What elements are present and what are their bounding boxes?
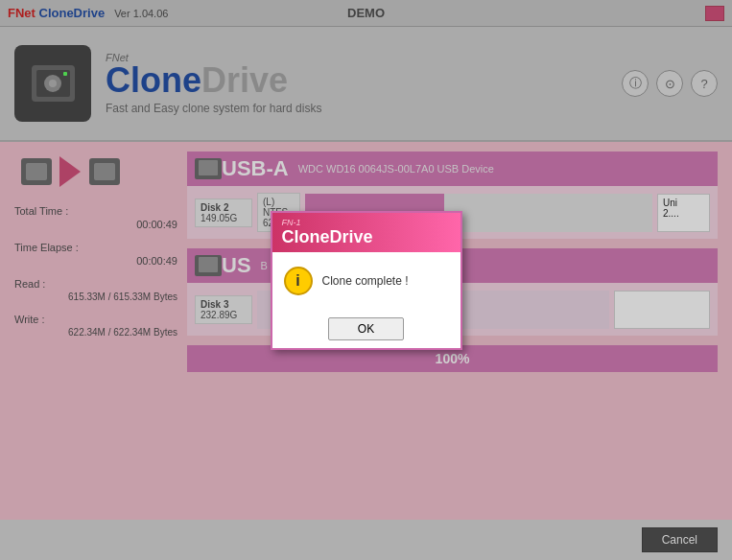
modal-logo: FN-1 CloneDrive	[282, 218, 373, 247]
modal-brand-name: CloneDrive	[282, 227, 373, 247]
modal-footer: OK	[272, 310, 460, 348]
modal-body: i Clone complete !	[272, 252, 460, 310]
modal-dialog: FN-1 CloneDrive i Clone complete ! OK	[271, 211, 462, 350]
modal-brand-fnet: FN-1	[282, 218, 301, 227]
info-icon-text: i	[295, 272, 299, 290]
modal-header: FN-1 CloneDrive	[272, 213, 460, 252]
ok-button[interactable]: OK	[328, 317, 404, 340]
info-icon: i	[284, 267, 313, 295]
modal-message: Clone complete !	[322, 274, 409, 288]
modal-overlay: FN-1 CloneDrive i Clone complete ! OK	[0, 0, 732, 560]
